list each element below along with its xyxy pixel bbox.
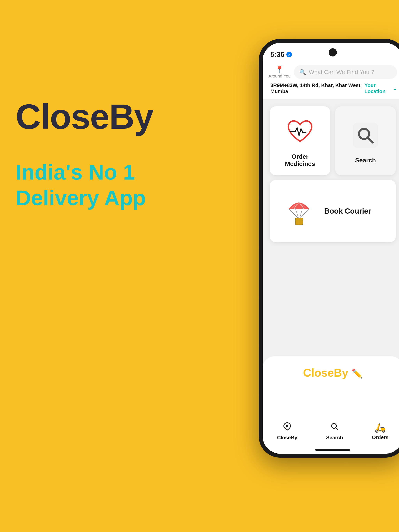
closeby-nav-icon	[283, 422, 292, 433]
phone-mockup: 5:36 📍 Around You 🔍 What Can We F	[259, 39, 399, 467]
svg-point-10	[286, 425, 288, 427]
bottom-nav: CloseBy Search 🛵	[263, 415, 399, 454]
search-nav-icon	[330, 422, 339, 433]
book-courier-card[interactable]: Book Courier	[270, 180, 396, 242]
app-header: 📍 Around You 🔍 What Can We Find You ? 3R…	[263, 61, 399, 99]
phone-screen: 5:36 📍 Around You 🔍 What Can We F	[263, 43, 399, 454]
orders-nav-label: Orders	[372, 434, 388, 440]
search-card-icon-area	[348, 118, 383, 153]
location-pin-area: 📍 Around You	[269, 65, 291, 79]
chevron-down-icon: ⌄	[393, 85, 397, 92]
location-indicator-icon	[286, 52, 292, 57]
svg-line-12	[336, 428, 338, 430]
closeby-bottom-logo: CloseBy ✏️	[263, 356, 399, 379]
pencil-icon: ✏️	[351, 368, 363, 379]
home-indicator	[315, 449, 350, 451]
closeby-nav-label: CloseBy	[277, 435, 297, 441]
your-location-label: Your Location ⌄	[365, 82, 397, 95]
search-icon: 🔍	[299, 69, 306, 75]
search-bar[interactable]: 🔍 What Can We Find You ?	[294, 65, 397, 79]
camera-cutout	[329, 48, 337, 57]
search-nav-label: Search	[326, 435, 343, 441]
search-service-card[interactable]: Search	[335, 106, 396, 175]
orders-nav-icon: 🛵	[375, 422, 386, 433]
svg-line-5	[300, 209, 309, 218]
location-address: 3R9M+83W, 14th Rd, Khar, Khar West, Mumb…	[270, 82, 363, 95]
location-pin-icon: 📍	[275, 65, 284, 74]
bottom-section: CloseBy ✏️ CloseBy	[263, 356, 399, 454]
around-you-label: Around You	[269, 74, 291, 79]
order-medicines-card[interactable]: Order Medicines	[270, 106, 330, 175]
medicine-icon-area	[283, 114, 318, 149]
app-content: Order Medicines Search	[263, 99, 399, 454]
search-service-label: Search	[355, 157, 376, 164]
status-time: 5:36	[270, 51, 284, 59]
book-courier-label: Book Courier	[324, 207, 371, 215]
nav-item-closeby[interactable]: CloseBy	[277, 422, 297, 441]
nav-item-orders[interactable]: 🛵 Orders	[372, 422, 388, 440]
order-medicines-label: Order Medicines	[277, 153, 323, 167]
courier-icon-area	[279, 192, 318, 231]
svg-line-2	[289, 209, 298, 218]
app-title: CloseBy	[16, 97, 191, 136]
svg-line-1	[368, 138, 373, 143]
app-subtitle: India's No 1 Delivery App	[16, 159, 191, 211]
phone-frame: 5:36 📍 Around You 🔍 What Can We F	[259, 39, 399, 458]
left-content: CloseBy India's No 1 Delivery App	[16, 97, 191, 211]
search-placeholder: What Can We Find You ?	[309, 69, 374, 75]
search-card-icon	[353, 123, 378, 148]
nav-item-search[interactable]: Search	[326, 422, 343, 441]
services-grid: Order Medicines Search	[263, 99, 399, 242]
